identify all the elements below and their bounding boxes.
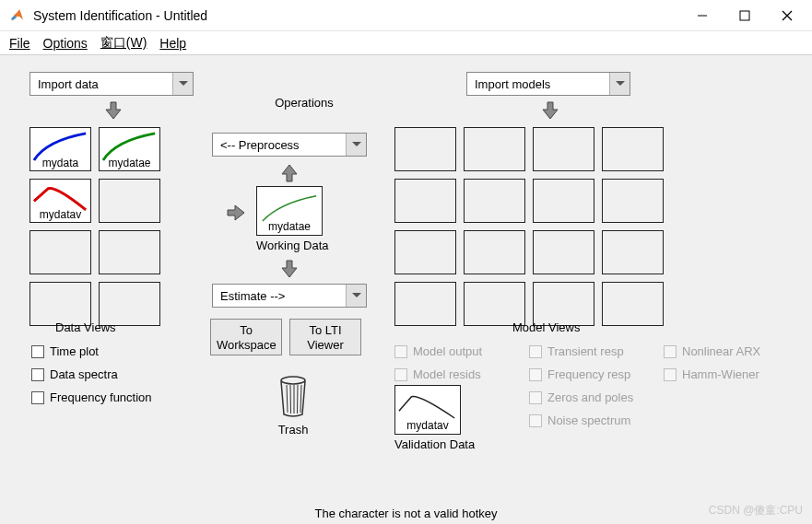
chevron-down-icon	[346, 285, 366, 307]
svg-line-8	[298, 385, 299, 413]
model-views-col3: Nonlinear ARX Hamm-Wiener	[664, 344, 760, 390]
data-views-checks: Time plot Data spectra Frequency functio…	[31, 344, 152, 413]
model-slot-empty[interactable]	[394, 127, 456, 171]
menu-file[interactable]: File	[9, 36, 30, 51]
data-slot-empty[interactable]	[99, 230, 160, 274]
model-slot-empty[interactable]	[464, 179, 525, 223]
operations-label: Operations	[249, 96, 359, 110]
arrow-down-icon	[102, 99, 124, 124]
svg-rect-1	[740, 11, 749, 20]
data-slot-label: mydatae	[100, 157, 159, 169]
to-workspace-button[interactable]: To Workspace	[210, 319, 282, 355]
model-slot-empty[interactable]	[464, 230, 525, 274]
menubar: File Options 窗口(W) Help	[0, 31, 812, 55]
working-data-container: mydatae Working Data	[256, 186, 329, 252]
arrow-down-icon	[539, 99, 561, 124]
preprocess-label: <-- Preprocess	[220, 138, 300, 152]
export-buttons: To Workspace To LTI Viewer	[210, 319, 361, 355]
model-slot-empty[interactable]	[394, 179, 456, 223]
estimate-dropdown[interactable]: Estimate -->	[212, 284, 367, 308]
working-data-slot[interactable]: mydatae	[256, 186, 323, 236]
model-views-label: Model Views	[512, 320, 580, 334]
arrow-right-icon	[225, 202, 247, 227]
model-slot-empty[interactable]	[533, 230, 594, 274]
arrow-down-icon	[278, 258, 300, 283]
menu-window[interactable]: 窗口(W)	[100, 35, 147, 52]
data-slot[interactable]: mydatae	[99, 127, 160, 171]
model-slot-empty[interactable]	[533, 282, 594, 326]
watermark-text: CSDN @傻童:CPU	[709, 503, 803, 518]
data-slot-empty[interactable]	[99, 282, 160, 326]
model-output-checkbox[interactable]: Model output	[394, 344, 482, 358]
content-area: Import data Import models Operations <--…	[0, 55, 812, 524]
hamm-wiener-checkbox[interactable]: Hamm-Wiener	[664, 367, 760, 381]
svg-line-6	[290, 385, 291, 413]
menu-help[interactable]: Help	[159, 36, 186, 51]
transient-resp-checkbox[interactable]: Transient resp	[529, 344, 633, 358]
freq-function-checkbox[interactable]: Frequency function	[31, 390, 152, 404]
import-data-label: Import data	[38, 77, 99, 91]
data-slot[interactable]: mydatav	[29, 179, 91, 223]
trash-label: Trash	[265, 423, 321, 437]
model-slot-empty[interactable]	[602, 230, 664, 274]
working-data-caption: Working Data	[256, 239, 329, 252]
trash-area[interactable]: Trash	[265, 374, 321, 437]
svg-line-5	[287, 385, 288, 413]
chevron-down-icon	[609, 73, 630, 95]
model-slot-empty[interactable]	[394, 282, 456, 326]
menu-options[interactable]: Options	[43, 36, 88, 51]
validation-data-slot[interactable]: mydatav	[394, 385, 461, 435]
validation-data-caption: Validation Data	[394, 437, 475, 451]
model-views-col1: Model output Model resids	[394, 344, 482, 390]
model-slot-empty[interactable]	[394, 230, 456, 274]
validation-data-container: mydatav Validation Data	[394, 385, 475, 451]
preprocess-dropdown[interactable]: <-- Preprocess	[212, 133, 367, 157]
data-slot-label: mydata	[30, 157, 90, 169]
maximize-button[interactable]	[724, 2, 766, 29]
zeros-poles-checkbox[interactable]: Zeros and poles	[529, 390, 633, 404]
data-slot-empty[interactable]	[29, 230, 91, 274]
data-slot-label: mydatav	[30, 208, 90, 221]
data-views-label: Data Views	[55, 320, 116, 334]
model-slot-empty[interactable]	[464, 282, 525, 326]
status-message: The character is not a valid hotkey	[0, 507, 812, 520]
frequency-resp-checkbox[interactable]: Frequency resp	[529, 367, 633, 381]
estimate-label: Estimate -->	[220, 289, 285, 303]
chevron-down-icon	[346, 134, 366, 156]
matlab-logo-icon	[9, 7, 26, 24]
svg-line-9	[300, 385, 301, 413]
model-slot-empty[interactable]	[533, 127, 594, 171]
close-button[interactable]	[766, 2, 808, 29]
trash-icon	[274, 409, 312, 423]
arrow-up-icon	[278, 162, 300, 187]
import-data-dropdown[interactable]: Import data	[29, 72, 194, 96]
model-slot-empty[interactable]	[602, 127, 664, 171]
window-title: System Identification - Untitled	[33, 8, 681, 23]
model-views-col2: Transient resp Frequency resp Zeros and …	[529, 344, 633, 437]
minimize-button[interactable]	[681, 2, 724, 29]
data-slot[interactable]: mydata	[29, 127, 91, 171]
model-board	[394, 127, 664, 333]
data-board: mydata mydatae mydatav	[29, 127, 160, 333]
import-models-label: Import models	[475, 77, 550, 91]
working-data-label: mydatae	[257, 220, 322, 233]
to-lti-viewer-button[interactable]: To LTI Viewer	[289, 319, 361, 355]
nonlinear-arx-checkbox[interactable]: Nonlinear ARX	[664, 344, 760, 358]
data-slot-empty[interactable]	[99, 179, 160, 223]
data-spectra-checkbox[interactable]: Data spectra	[31, 367, 152, 381]
model-slot-empty[interactable]	[602, 179, 664, 223]
time-plot-checkbox[interactable]: Time plot	[31, 344, 152, 358]
data-slot-empty[interactable]	[29, 282, 91, 326]
model-slot-empty[interactable]	[602, 282, 664, 326]
chevron-down-icon	[172, 73, 193, 95]
model-slot-empty[interactable]	[464, 127, 525, 171]
model-slot-empty[interactable]	[533, 179, 594, 223]
validation-data-label: mydatav	[395, 419, 460, 432]
import-models-dropdown[interactable]: Import models	[466, 72, 630, 96]
svg-point-4	[281, 377, 305, 384]
titlebar: System Identification - Untitled	[0, 0, 812, 31]
noise-spectrum-checkbox[interactable]: Noise spectrum	[529, 413, 633, 427]
model-resids-checkbox[interactable]: Model resids	[394, 367, 482, 381]
